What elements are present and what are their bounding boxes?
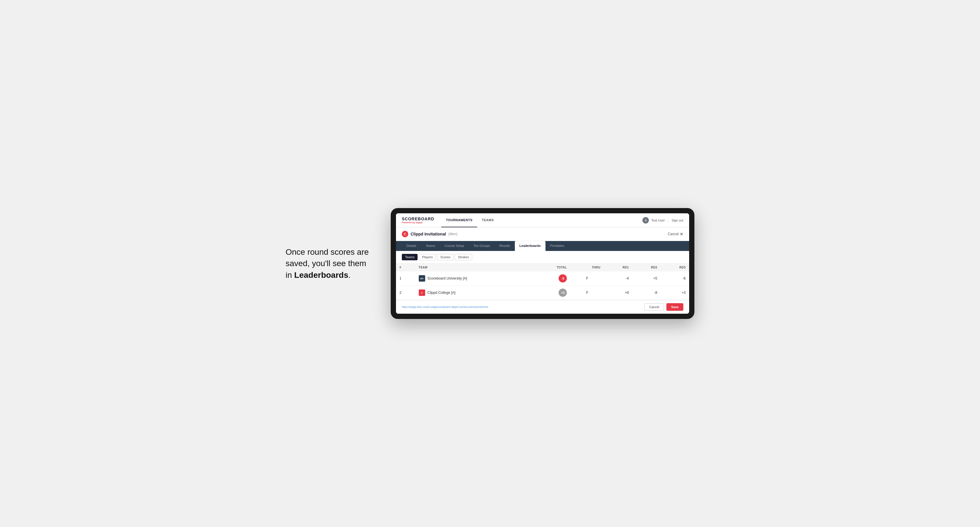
col-rank: # — [396, 264, 415, 271]
tab-leaderboards[interactable]: Leaderboards — [515, 241, 546, 251]
tablet-screen: SCOREBOARD Powered by clippd TOURNAMENTS… — [396, 213, 689, 314]
sub-tab-strokes[interactable]: Strokes — [455, 254, 472, 260]
rank-cell: 2 — [396, 286, 415, 300]
col-thru: THRU — [570, 264, 604, 271]
nav-right: S Test User | Sign out — [643, 217, 683, 224]
total-cell: -5 — [534, 271, 571, 286]
team-logo: C — [419, 289, 425, 296]
tab-nav: Details Teams Course Setup Tee Groups Re… — [396, 241, 689, 251]
table-header-row: # TEAM TOTAL THRU RD1 RD2 RD3 — [396, 264, 689, 271]
sidebar-description: Once round scores are saved, you'll see … — [286, 246, 373, 281]
team-name: Scoreboard University [A] — [428, 276, 467, 281]
sub-tab-teams[interactable]: Teams — [402, 254, 418, 260]
footer: https://stage-blue-coach.stagescoreboard… — [396, 300, 689, 314]
save-button[interactable]: Save — [667, 303, 683, 311]
logo-subtitle-prefix: Powered by — [402, 221, 415, 224]
rd1-cell: +8 — [604, 286, 632, 300]
team-logo: SU — [419, 275, 425, 282]
tab-course-setup[interactable]: Course Setup — [440, 241, 469, 251]
total-score-badge: -5 — [558, 274, 567, 283]
tournament-name: Clippd Invitational — [410, 232, 446, 237]
team-name: Clippd College [A] — [428, 290, 455, 295]
logo-subtitle-brand: clippd — [415, 221, 423, 224]
tournament-gender: (Men) — [448, 232, 457, 236]
rd2-cell: +5 — [632, 271, 660, 286]
close-icon: ✕ — [680, 232, 683, 237]
tournament-header: C Clippd Invitational (Men) Cancel ✕ — [396, 227, 689, 241]
rank-cell: 1 — [396, 271, 415, 286]
tab-results[interactable]: Results — [495, 241, 515, 251]
sidebar-text-end: . — [348, 270, 351, 279]
sign-out-link[interactable]: Sign out — [671, 219, 683, 222]
team-name-cell: SU Scoreboard University [A] — [415, 271, 534, 286]
col-total: TOTAL — [534, 264, 571, 271]
sidebar-text-bold: Leaderboards — [294, 270, 348, 279]
tournament-icon: C — [402, 231, 408, 237]
logo-title: SCOREBOARD — [402, 216, 434, 221]
sub-tab-scores[interactable]: Scores — [437, 254, 453, 260]
col-rd3: RD3 — [661, 264, 689, 271]
results-table: # TEAM TOTAL THRU RD1 RD2 RD3 1 — [396, 264, 689, 300]
col-rd1: RD1 — [604, 264, 632, 271]
total-cell: +3 — [534, 286, 571, 300]
table-row: 1 SU Scoreboard University [A] -5 F -4 +… — [396, 271, 689, 286]
tab-details[interactable]: Details — [402, 241, 421, 251]
cancel-button[interactable]: Cancel — [644, 303, 664, 311]
table-row: 2 C Clippd College [A] +3 F +8 -8 +3 — [396, 286, 689, 300]
thru-cell: F — [570, 271, 604, 286]
rd3-cell: -6 — [661, 271, 689, 286]
sub-tab-players[interactable]: Players — [419, 254, 436, 260]
team-name-cell: C Clippd College [A] — [415, 286, 534, 300]
rd2-cell: -8 — [632, 286, 660, 300]
logo-area: SCOREBOARD Powered by clippd — [402, 216, 434, 224]
nav-item-teams[interactable]: TEAMS — [477, 213, 498, 227]
nav-item-tournaments[interactable]: TOURNAMENTS — [441, 213, 477, 227]
logo-subtitle: Powered by clippd — [402, 221, 434, 224]
tab-teams[interactable]: Teams — [421, 241, 440, 251]
leaderboard-table: # TEAM TOTAL THRU RD1 RD2 RD3 1 — [396, 264, 689, 300]
rank-number: 2 — [399, 290, 401, 295]
user-avatar: S — [643, 217, 649, 224]
total-score-badge: +3 — [558, 289, 567, 297]
rd3-cell: +3 — [661, 286, 689, 300]
footer-url: https://stage-blue-coach.stagescoreboard… — [402, 306, 488, 308]
page-wrapper: Once round scores are saved, you'll see … — [286, 208, 694, 319]
tournament-title-area: C Clippd Invitational (Men) — [402, 231, 458, 237]
footer-buttons: Cancel Save — [644, 303, 683, 311]
team-cell: SU Scoreboard University [A] — [419, 275, 530, 282]
user-name: Test User — [651, 219, 665, 222]
rd1-cell: -4 — [604, 271, 632, 286]
tournament-cancel-button[interactable]: Cancel ✕ — [668, 232, 683, 237]
thru-cell: F — [570, 286, 604, 300]
navbar: SCOREBOARD Powered by clippd TOURNAMENTS… — [396, 213, 689, 227]
team-cell: C Clippd College [A] — [419, 289, 530, 296]
tablet-frame: SCOREBOARD Powered by clippd TOURNAMENTS… — [391, 208, 694, 319]
rank-number: 1 — [399, 276, 401, 281]
tab-tee-groups[interactable]: Tee Groups — [469, 241, 495, 251]
nav-separator: | — [668, 219, 669, 222]
nav-links: TOURNAMENTS TEAMS — [441, 213, 643, 227]
col-team: TEAM — [415, 264, 534, 271]
sub-tabs: Teams Players Scores Strokes — [396, 251, 689, 264]
tab-printables[interactable]: Printables — [546, 241, 569, 251]
tournament-cancel-label: Cancel — [668, 232, 679, 236]
col-rd2: RD2 — [632, 264, 660, 271]
